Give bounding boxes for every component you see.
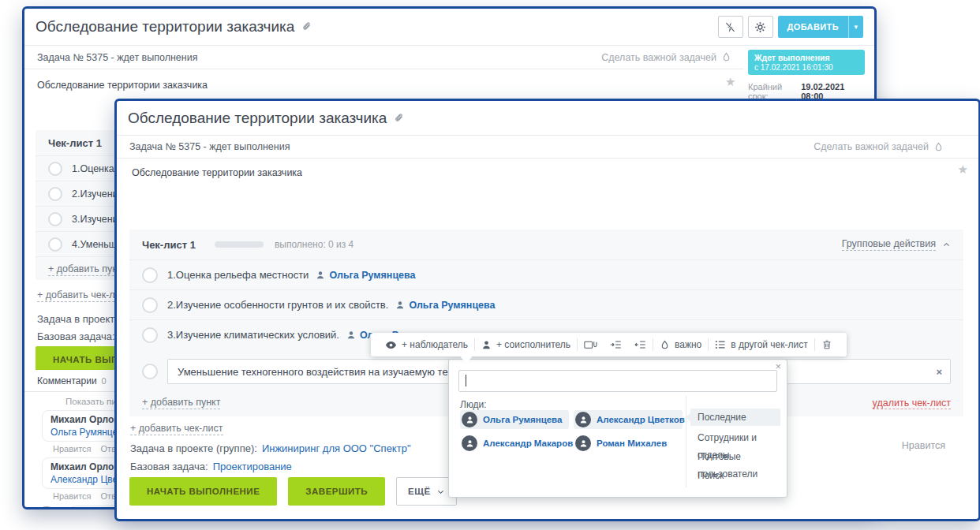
base-task-row: Базовая задача: Проектирование [130,461,292,472]
eye-icon [385,339,397,351]
person-icon [395,300,405,310]
status-badge: Ждет выполнения с 17.02.2021 16:01:30 [748,50,865,75]
picker-tab-recent[interactable]: Последние [690,409,780,426]
favorite-star-icon[interactable]: ★ [958,162,968,177]
picker-tab-mail-users[interactable]: Почтовые пользователи [690,448,780,465]
checklist-item: 1.Оценка рельефа местности Ольга Румянце… [129,260,963,290]
comment-author[interactable]: Михаил Орлов [50,461,120,472]
chevron-down-icon [436,487,445,496]
add-item-link[interactable]: + добавить пункт [142,397,220,409]
finish-task-button[interactable]: ЗАВЕРШИТЬ [288,477,385,506]
favorite-star-icon[interactable]: ★ [725,75,735,89]
item-checkbox[interactable] [48,237,62,252]
person-icon [466,439,474,448]
avatar [36,506,58,509]
flame-icon [721,52,731,62]
front-checklist-header: Чек-лист 1 выполнено: 0 из 4 Групповые д… [129,230,963,260]
add-coexecutor-button[interactable]: + соисполнитель [475,339,577,350]
settings-button[interactable] [748,16,773,38]
outdent-icon [634,340,646,349]
paperclip-icon[interactable] [301,21,312,32]
comments-count-badge: 0 [102,376,107,386]
header-buttons: ДОБАВИТЬ ▾ [718,16,864,38]
person-icon [481,340,492,350]
foreground-task-window: Обследование территории заказчика Задача… [114,99,980,521]
person-icon [466,416,474,424]
gear-icon [754,21,766,33]
task-description: Обследование территории заказчика [37,80,208,91]
project-row: Задача в проекте (группе): Инжиниринг дл… [130,442,411,454]
like-link[interactable]: Нравится [902,440,945,451]
assignee-link[interactable]: Ольга Румянцева [329,270,415,281]
page-title: Обследование территории заказчика [36,18,294,35]
move-to-checklist-button[interactable]: в другой чек-лист [709,339,814,350]
checklist-item: 2.Изучение особенности грунтов и их свой… [129,290,963,320]
delete-checklist-link[interactable]: удалить чек-лист [873,398,951,409]
trash-icon [821,339,832,350]
like-link[interactable]: Нравится [53,444,92,453]
people-group-label: Люди: [460,399,487,410]
avatar [575,412,591,427]
task-meta: Задача № 5375 - ждет выполнения [129,141,290,152]
project-link[interactable]: Инжиниринг для ООО "Спектр" [262,442,411,454]
outdent-item-button[interactable] [628,340,653,349]
comment-author[interactable]: Михаил Орлов [50,414,120,425]
clear-icon[interactable]: × [936,366,942,378]
tab-comments[interactable]: Комментарии 0 [24,370,117,391]
list-icon [715,340,726,349]
like-link[interactable]: Нравится [53,491,92,501]
indent-item-button[interactable] [604,340,628,349]
people-search-input[interactable] [458,370,777,392]
item-checkbox[interactable] [142,364,158,379]
avatar [575,435,591,451]
people-picker-popup: × Люди: Ольга Румянцева Александр Цветко… [448,359,787,498]
checklist-progress-bar [215,241,264,248]
person-option[interactable]: Александр Цветков [574,410,683,429]
add-button[interactable]: ДОБАВИТЬ ▾ [778,16,864,38]
flame-icon [660,340,670,350]
picker-tab-employees[interactable]: Сотрудники и отделы [690,429,780,446]
person-icon [346,330,356,340]
attach-file-button[interactable] [578,339,604,350]
add-dropdown-arrow[interactable]: ▾ [848,16,863,38]
indent-icon [610,340,622,349]
task-meta: Задача № 5375 - ждет выполнения [37,52,197,63]
bolt-off-icon [724,21,736,33]
base-task-link[interactable]: Проектирование [213,461,292,472]
avatar [462,412,477,427]
picker-tab-search[interactable]: Поиск [690,467,780,484]
task-description: Обследование территории заказчика [132,167,302,178]
desktop-stage: Обследование территории заказчика ДОБАВИ… [0,0,980,530]
item-checkbox[interactable] [142,297,158,313]
item-checkbox[interactable] [48,187,62,201]
person-option[interactable]: Ольга Румянцева [460,410,569,429]
back-window-header: Обследование территории заказчика ДОБАВИ… [24,9,874,46]
avatar [462,435,477,451]
item-checkbox[interactable] [48,162,62,176]
start-task-button[interactable]: НАЧАТЬ ВЫПОЛНЕНИЕ [129,477,277,506]
person-icon [316,271,325,280]
assignee-link[interactable]: Ольга Румянцева [409,300,495,311]
add-checklist-link[interactable]: + добавить чек-лист [130,423,223,435]
make-important-link[interactable]: Сделать важной задачей [601,52,731,63]
mark-important-button[interactable]: важно [653,339,708,350]
front-task-meta-row: Задача № 5375 - ждет выполнения Сделать … [117,136,978,159]
group-actions-link[interactable]: Групповые действия [842,238,951,251]
person-option[interactable]: Роман Михалев [574,434,683,453]
paperclip-icon[interactable] [393,113,404,124]
person-option[interactable]: Александр Макаров [460,434,569,453]
person-icon [579,416,588,424]
item-checkbox[interactable] [142,327,158,343]
flame-icon [933,142,944,152]
front-window-header: Обследование территории заказчика [117,101,978,136]
text-caret [466,375,466,386]
make-important-link[interactable]: Сделать важной задачей [814,141,944,152]
item-checkbox[interactable] [142,267,158,283]
divider [686,396,686,487]
add-observer-button[interactable]: + наблюдатель [379,339,474,351]
item-checkbox[interactable] [48,212,62,226]
chevron-up-icon[interactable] [942,241,951,249]
delete-item-button[interactable] [815,339,839,350]
back-task-meta-row: Задача № 5375 - ждет выполнения Сделать … [24,46,744,69]
mute-automation-button[interactable] [718,16,743,38]
